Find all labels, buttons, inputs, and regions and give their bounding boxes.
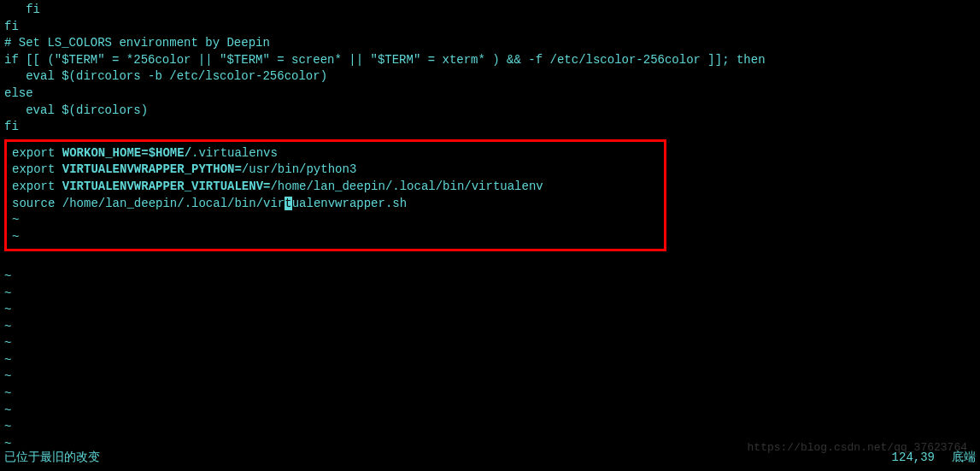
status-message: 已位于最旧的改变: [4, 450, 100, 467]
code-line: if [[ ("$TERM" = *256color || "$TERM" = …: [4, 52, 976, 69]
source-line: source /home/lan_deepin/.local/bin/virtu…: [12, 196, 659, 213]
code-line: fi: [4, 119, 976, 136]
file-mode: 底端: [952, 450, 976, 467]
code-line: fi: [4, 19, 976, 36]
empty-line: [4, 251, 976, 268]
highlight-box: export WORKON_HOME=$HOME/.virtualenvs ex…: [4, 139, 666, 252]
editor-content[interactable]: fi fi # Set LS_COLORS environment by Dee…: [4, 2, 976, 452]
empty-line-tilde: ~: [4, 319, 976, 336]
empty-line-tilde: ~: [4, 335, 976, 352]
status-right: 124,39 底端: [892, 450, 976, 467]
empty-line-tilde: ~: [4, 403, 976, 420]
cursor-position: 124,39: [892, 450, 935, 467]
empty-line-tilde: ~: [4, 302, 976, 319]
code-line: eval $(dircolors): [4, 103, 976, 120]
empty-line-tilde: ~: [4, 419, 976, 436]
export-line: export WORKON_HOME=$HOME/.virtualenvs: [12, 145, 659, 162]
empty-line-tilde: ~: [4, 352, 976, 369]
empty-line-tilde: ~: [4, 386, 976, 403]
code-line: eval $(dircolors -b /etc/lscolor-256colo…: [4, 68, 976, 85]
export-line: export VIRTUALENVWRAPPER_PYTHON=/usr/bin…: [12, 162, 659, 179]
empty-line-tilde: ~: [4, 286, 976, 303]
code-line: else: [4, 85, 976, 103]
export-line: export VIRTUALENVWRAPPER_VIRTUALENV=/hom…: [12, 179, 659, 196]
empty-line-tilde: ~: [12, 212, 659, 229]
code-line: fi: [4, 2, 976, 19]
empty-line-tilde: ~: [4, 268, 976, 286]
code-line: # Set LS_COLORS environment by Deepin: [4, 35, 976, 52]
status-bar: 已位于最旧的改变 124,39 底端: [4, 450, 976, 467]
empty-line-tilde: ~: [4, 368, 976, 386]
empty-line-tilde: ~: [12, 229, 659, 246]
cursor: t: [285, 197, 291, 210]
